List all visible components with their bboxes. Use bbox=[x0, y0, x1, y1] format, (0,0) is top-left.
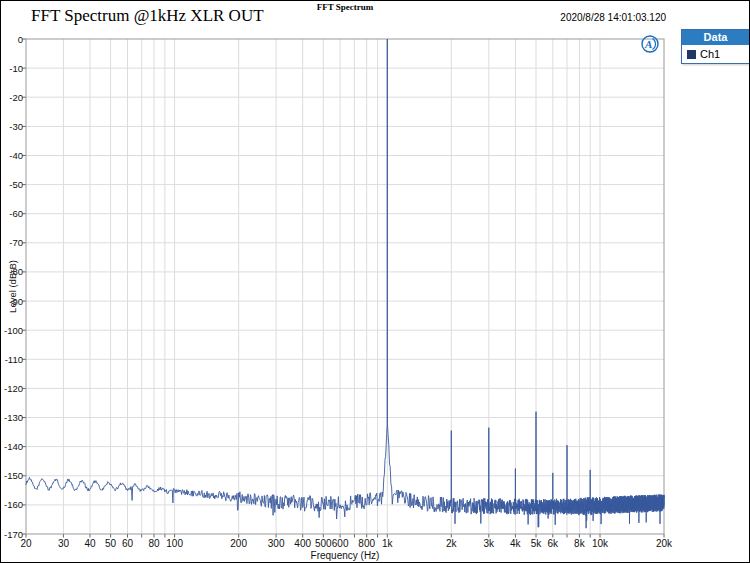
x-tick-label: 400 bbox=[294, 538, 311, 549]
y-tick-label: -160 bbox=[1, 499, 23, 510]
trace-ch1 bbox=[26, 39, 664, 528]
x-tick-label: 5k bbox=[531, 538, 542, 549]
x-tick-label: 3k bbox=[484, 538, 495, 549]
y-tick-label: -70 bbox=[1, 237, 23, 248]
y-tick-label: -40 bbox=[1, 150, 23, 161]
y-tick-label: 0 bbox=[1, 34, 23, 45]
x-axis-title: Frequency (Hz) bbox=[26, 550, 664, 561]
y-tick-label: -50 bbox=[1, 179, 23, 190]
x-tick-label: 10k bbox=[592, 538, 608, 549]
plot-canvas[interactable] bbox=[1, 1, 750, 563]
y-tick-label: -140 bbox=[1, 441, 23, 452]
legend-header: Data bbox=[682, 30, 749, 45]
axis-tick-marks bbox=[23, 39, 665, 538]
x-tick-label: 50 bbox=[105, 538, 116, 549]
y-tick-label: -60 bbox=[1, 208, 23, 219]
channel-label: Ch1 bbox=[700, 48, 720, 60]
x-tick-label: 60 bbox=[122, 538, 133, 549]
y-tick-label: -10 bbox=[1, 63, 23, 74]
y-axis-title: Level (dBrB) bbox=[7, 252, 18, 322]
x-tick-label: 6k bbox=[548, 538, 559, 549]
y-tick-label: -150 bbox=[1, 470, 23, 481]
y-tick-label: -20 bbox=[1, 92, 23, 103]
svg-text:A: A bbox=[644, 38, 652, 50]
x-tick-label: 300 bbox=[268, 538, 285, 549]
fft-spectrum-window: FFT Spectrum @1kHz XLR OUT FFT Spectrum … bbox=[0, 0, 750, 563]
y-tick-label: -130 bbox=[1, 412, 23, 423]
x-tick-label: 40 bbox=[84, 538, 95, 549]
y-tick-label: -100 bbox=[1, 325, 23, 336]
x-tick-label: 100 bbox=[166, 538, 183, 549]
x-tick-label: 80 bbox=[148, 538, 159, 549]
y-tick-label: -120 bbox=[1, 383, 23, 394]
x-tick-label: 8k bbox=[574, 538, 585, 549]
x-tick-label: 500 bbox=[315, 538, 332, 549]
x-tick-label: 2k bbox=[446, 538, 457, 549]
y-tick-label: -30 bbox=[1, 121, 23, 132]
x-tick-label: 30 bbox=[58, 538, 69, 549]
x-tick-label: 200 bbox=[230, 538, 247, 549]
channel-color-swatch bbox=[687, 50, 696, 59]
x-tick-label: 4k bbox=[510, 538, 521, 549]
legend-channel-row[interactable]: Ch1 bbox=[682, 45, 749, 63]
x-tick-label: 20 bbox=[20, 538, 31, 549]
y-tick-label: -170 bbox=[1, 529, 23, 540]
audio-precision-logo-icon: A bbox=[640, 34, 660, 54]
x-tick-label: 600 bbox=[332, 538, 349, 549]
y-tick-label: -110 bbox=[1, 354, 23, 365]
legend-panel: Data Ch1 bbox=[681, 29, 750, 64]
x-tick-label: 800 bbox=[358, 538, 375, 549]
plot-border bbox=[26, 39, 664, 534]
gridlines bbox=[26, 39, 664, 534]
x-tick-label: 1k bbox=[382, 538, 393, 549]
x-tick-label: 20k bbox=[656, 538, 672, 549]
